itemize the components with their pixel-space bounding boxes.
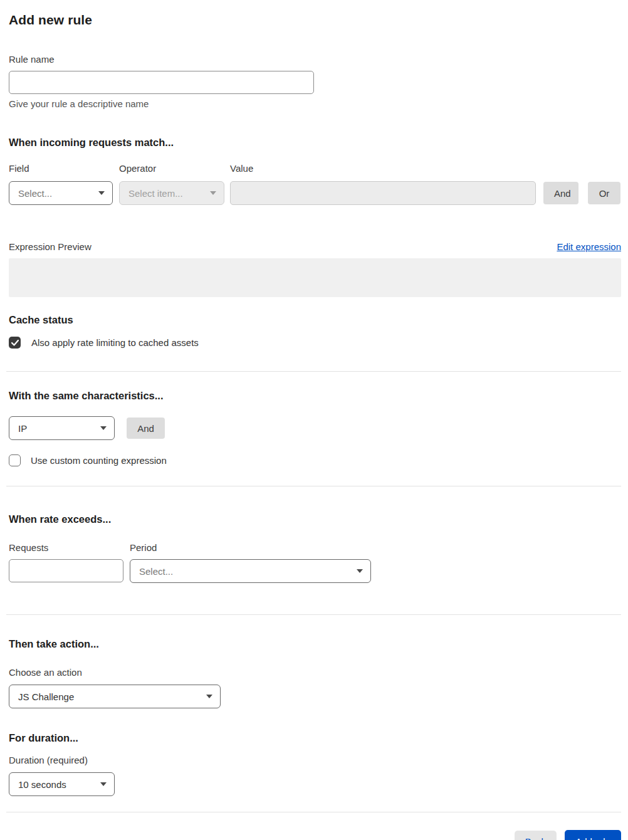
caret-down-icon [357, 569, 363, 573]
or-button[interactable]: Or [588, 182, 620, 204]
duration-select[interactable]: 10 seconds [9, 772, 115, 796]
duration-label: Duration (required) [9, 755, 621, 765]
add-rule-form: Add new rule Rule name Give your rule a … [0, 0, 628, 840]
characteristic-select-value: IP [18, 423, 27, 434]
requests-label: Requests [9, 542, 130, 553]
footer-actions: Back Add rule [9, 830, 621, 840]
action-select-value: JS Challenge [18, 691, 74, 702]
divider [6, 371, 621, 372]
section-header-rate: When rate exceeds... [9, 513, 621, 525]
value-input[interactable] [230, 181, 536, 205]
custom-counting-checkbox[interactable] [9, 454, 21, 466]
field-select-value: Select... [18, 188, 52, 199]
caret-down-icon [206, 695, 212, 698]
operator-label: Operator [119, 163, 230, 174]
field-select[interactable]: Select... [9, 181, 113, 205]
requests-input[interactable] [9, 559, 123, 582]
rule-name-input[interactable] [9, 71, 314, 94]
section-header-cache: Cache status [9, 314, 621, 326]
rule-name-label: Rule name [9, 54, 621, 65]
checkmark-icon [11, 340, 19, 346]
value-label: Value [230, 163, 253, 174]
edit-expression-link[interactable]: Edit expression [557, 241, 621, 252]
page-title: Add new rule [9, 13, 621, 28]
divider [6, 486, 621, 486]
field-label: Field [9, 163, 119, 174]
section-header-match: When incoming requests match... [9, 137, 621, 149]
period-label: Period [130, 542, 157, 553]
custom-counting-checkbox-label: Use custom counting expression [31, 455, 167, 466]
rule-name-helper: Give your rule a descriptive name [9, 98, 621, 109]
and-button[interactable]: And [543, 182, 578, 204]
operator-select-value: Select item... [128, 188, 183, 199]
period-select[interactable]: Select... [130, 559, 371, 583]
section-header-duration: For duration... [9, 732, 621, 744]
characteristics-and-button[interactable]: And [127, 417, 165, 439]
section-header-action: Then take action... [9, 638, 621, 650]
caret-down-icon [98, 191, 105, 195]
divider [6, 614, 621, 615]
cached-assets-checkbox[interactable] [9, 337, 21, 349]
divider [6, 812, 621, 812]
section-header-characteristics: With the same characteristics... [9, 390, 621, 402]
choose-action-label: Choose an action [9, 667, 621, 678]
caret-down-icon [100, 426, 107, 430]
cached-assets-checkbox-label: Also apply rate limiting to cached asset… [31, 337, 199, 348]
operator-select[interactable]: Select item... [119, 181, 224, 205]
duration-select-value: 10 seconds [18, 779, 66, 790]
expression-preview-label: Expression Preview [9, 241, 92, 252]
back-button[interactable]: Back [515, 831, 557, 840]
add-rule-button[interactable]: Add rule [565, 830, 621, 840]
caret-down-icon [100, 782, 107, 786]
characteristic-select[interactable]: IP [9, 416, 115, 440]
action-select[interactable]: JS Challenge [9, 685, 221, 708]
period-select-value: Select... [139, 566, 173, 577]
caret-down-icon [210, 191, 216, 195]
expression-preview-box [9, 258, 621, 297]
